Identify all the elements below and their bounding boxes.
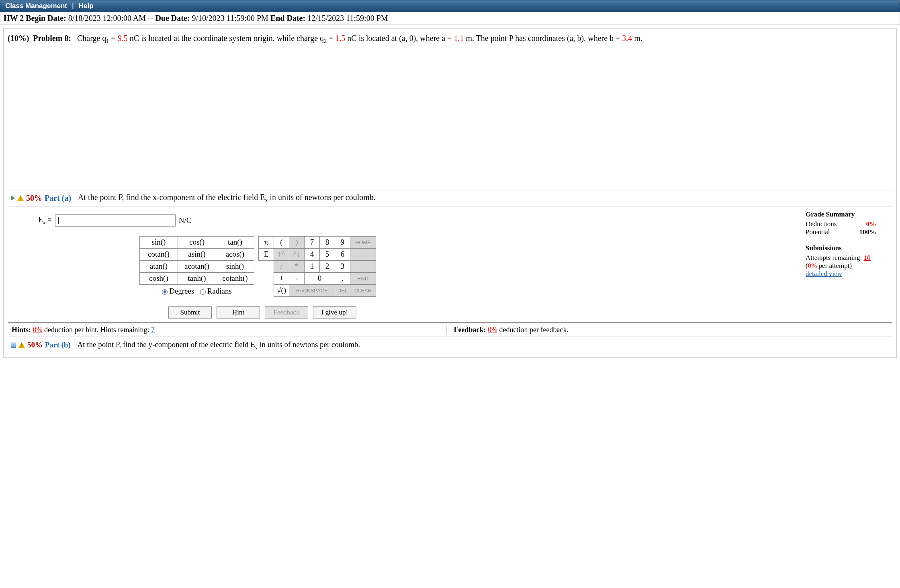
fn-cotanh[interactable]: cotanh() [216,272,254,284]
radians-label: Radians [207,287,232,295]
hw-due-date: 9/10/2023 11:59:00 PM [192,14,270,22]
hints-remaining[interactable]: 7 [151,326,155,334]
hw-end-label: End Date: [270,14,307,22]
key-right[interactable]: → [350,260,376,272]
expand-icon[interactable] [11,195,15,201]
pa-t1: At the point P, find the x-component of … [78,193,265,202]
q1-val: 9.5 [118,34,128,43]
att-val[interactable]: 10 [863,254,870,261]
warning-icon [17,195,24,201]
detailed-view-link[interactable]: detailed view [806,270,876,278]
radians-radio[interactable] [200,289,206,295]
part-b-text: At the point P, find the y-component of … [78,340,360,351]
problem-label: Problem 8: [33,34,71,43]
pb-t2: in units of newtons per coulomb. [258,340,360,349]
part-a-header: 50% Part (a) At the point P, find the x-… [8,190,892,206]
feedback-info: Feedback: 0% deduction per feedback. [446,326,889,334]
number-pad: π ( ) 7 8 9 HOME E ↑^ ^↓ 4 5 6 ← [258,236,376,297]
problem-container: (10%) Problem 8: Charge q1 = 9.5 nC is l… [3,28,897,358]
part-b-label: Part (b) [45,341,71,349]
key-del[interactable]: DEL [335,284,350,296]
hints-feedback-row: Hints: 0% deduction per hint. Hints rema… [8,323,892,337]
b-val: 3.4 [622,34,632,43]
part-b-header: 50% Part (b) At the point P, find the y-… [8,337,892,354]
key-home[interactable]: HOME [350,236,376,248]
fn-acotan[interactable]: acotan() [178,260,216,272]
key-minus[interactable]: - [289,272,305,284]
hints-label: Hints: [12,326,33,334]
feedback-button[interactable]: Feedback [265,306,308,318]
keypad: sin()cos()tan() cotan()asin()acos() atan… [8,236,892,306]
fn-atan[interactable]: atan() [140,260,178,272]
key-8[interactable]: 8 [320,236,335,248]
submit-button[interactable]: Submit [168,306,212,318]
hint-button[interactable]: Hint [217,306,260,318]
fn-cosh[interactable]: cosh() [140,272,178,284]
collapse-icon[interactable] [11,343,16,348]
key-down[interactable]: ^↓ [289,248,305,260]
q2-val: 1.5 [335,34,345,43]
key-1[interactable]: 1 [305,260,320,272]
key-rparen[interactable]: ) [289,236,305,248]
key-7[interactable]: 7 [305,236,320,248]
hints-pct[interactable]: 0% [33,326,43,334]
nav-help[interactable]: Help [79,2,94,10]
fb-pct[interactable]: 0% [488,326,497,334]
att-label: Attempts remaining: [806,254,863,261]
key-star[interactable]: * [289,260,305,272]
key-up[interactable]: ↑^ [274,248,289,260]
key-backspace[interactable]: BACKSPACE [289,284,335,296]
key-end[interactable]: END [350,272,376,284]
pot-val: 100% [859,228,877,236]
pa-sub: x [265,197,268,203]
key-0[interactable]: 0 [305,272,335,284]
key-e[interactable]: E [259,248,274,260]
key-sqrt[interactable]: √() [274,284,289,296]
pt7: m. [632,34,642,43]
fn-tanh[interactable]: tanh() [178,272,216,284]
fn-cotan[interactable]: cotan() [140,248,178,260]
hints-info: Hints: 0% deduction per hint. Hints rema… [12,326,446,334]
key-lparen[interactable]: ( [274,236,289,248]
fn-asin[interactable]: asin() [178,248,216,260]
key-slash[interactable]: / [274,260,289,272]
key-left[interactable]: ← [350,248,376,260]
giveup-button[interactable]: I give up! [313,306,356,318]
per-v: 0% [808,262,817,270]
answer-unit: N/C [179,216,192,225]
psub2: 2 [324,38,327,44]
key-dot[interactable]: . [335,272,350,284]
pt5: nC is located at (a, 0), where a = [345,34,454,43]
key-2[interactable]: 2 [320,260,335,272]
top-nav: Class Management | Help [0,0,900,12]
key-4[interactable]: 4 [305,248,320,260]
pt4: = [327,34,335,43]
grade-title: Grade Summary [806,210,876,218]
key-clear[interactable]: CLEAR [350,284,376,296]
problem-pct: (10%) [8,34,29,43]
hw-due-label: Due Date: [155,14,192,22]
key-9[interactable]: 9 [335,236,350,248]
fn-sinh[interactable]: sinh() [216,260,254,272]
key-6[interactable]: 6 [335,248,350,260]
degrees-radio[interactable] [162,289,168,295]
key-pi[interactable]: π [259,236,274,248]
pot-label: Potential [806,228,830,236]
nav-class-management[interactable]: Class Management [5,2,67,10]
a-val: 1.1 [454,34,464,43]
part-b-pct: 50% [27,341,43,349]
key-3[interactable]: 3 [335,260,350,272]
key-plus[interactable]: + [274,272,289,284]
fn-tan[interactable]: tan() [216,236,254,248]
fn-acos[interactable]: acos() [216,248,254,260]
fn-cos[interactable]: cos() [178,236,216,248]
key-5[interactable]: 5 [320,248,335,260]
eq-l: E [38,215,43,224]
answer-row: Ex = N/C [8,206,892,236]
fb-t2: deduction per feedback. [497,326,569,334]
pt1: Charge q [77,34,106,43]
ded-val: 0% [866,220,877,228]
fn-sin[interactable]: sin() [140,236,178,248]
answer-input[interactable] [55,214,176,227]
angle-mode: Degrees Radians [140,284,254,296]
